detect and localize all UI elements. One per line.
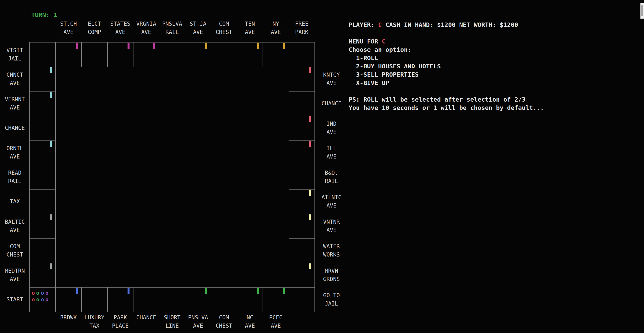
- player-status-prefix: PLAYER:: [349, 21, 378, 28]
- label-free-park: FREEPARK: [289, 20, 315, 36]
- label-elct-comp: ELCTCOMP: [82, 20, 108, 36]
- cell-vrgnia-ave: [133, 42, 159, 67]
- mrvn-grdns-color-bar: [309, 263, 311, 269]
- board-bottom-labels: BRDWKLUXURYTAXPARKPLACECHANCESHORTLINEPN…: [30, 313, 315, 330]
- menu-option-x-give-up[interactable]: X-GIVE UP: [349, 79, 544, 87]
- label-atlntc-ave: ATLNTCAVE: [316, 189, 347, 214]
- cell-pnslva-rail: [159, 42, 185, 67]
- label-read-rail: READRAIL: [0, 165, 30, 189]
- pnslva-ave-color-bar: [205, 288, 207, 294]
- menu-header-prefix: MENU FOR: [349, 38, 382, 45]
- label-pnslva-ave: PNSLVAAVE: [185, 313, 211, 330]
- info-panel: PLAYER: C CASH IN HAND: $1200 NET WORTH:…: [349, 21, 544, 112]
- cell-ill-ave: [289, 140, 315, 165]
- kntcy-ave-color-bar: [309, 67, 311, 73]
- player-token-row: oooo: [32, 297, 48, 302]
- cell-brdwk: [56, 287, 81, 312]
- atlntc-ave-color-bar: [309, 190, 311, 196]
- ny-ave-color-bar: [283, 43, 285, 49]
- menu-header: MENU FOR C: [349, 37, 544, 46]
- player-token: o: [32, 290, 35, 295]
- orntl-ave-color-bar: [50, 141, 52, 147]
- player-token: o: [41, 297, 44, 302]
- label-vermnt-ave: VERMNTAVE: [0, 91, 30, 116]
- label-st-ja-ave: ST.JAAVE: [185, 20, 211, 36]
- cell-kntcy-ave: [289, 67, 315, 91]
- cell-start: oooooooo: [30, 287, 56, 312]
- vrgnia-ave-color-bar: [154, 43, 155, 49]
- cell-ind-ave: [289, 116, 315, 140]
- player-tokens: oooooooo: [32, 290, 48, 302]
- label-visit-jail: VISITJAIL: [0, 42, 30, 67]
- medtrn-ave-color-bar: [50, 263, 52, 269]
- cell-chance: [30, 116, 56, 140]
- cell-pnslva-ave: [185, 287, 211, 312]
- cell-pcfc-ave: [263, 287, 289, 312]
- cell-baltic-ave: [30, 214, 56, 238]
- cell-atlntc-ave: [289, 189, 315, 214]
- ps-note-line-2: You have 10 seconds or 1 will be chosen …: [349, 104, 544, 112]
- cell-park-place: [108, 287, 133, 312]
- park-place-color-bar: [128, 288, 130, 294]
- label-ny-ave: NYAVE: [263, 20, 289, 36]
- player-token: o: [36, 290, 39, 295]
- label-chance: CHANCE: [133, 313, 159, 330]
- label-com-chest: COMCHEST: [211, 20, 237, 36]
- label-start: START: [0, 287, 30, 312]
- label-water-works: WATERWORKS: [316, 238, 347, 263]
- board-left-labels: VISITJAILCNNCTAVEVERMNTAVECHANCEORNTLAVE…: [0, 42, 30, 312]
- label-ind-ave: INDAVE: [316, 116, 347, 140]
- cell-chance: [133, 287, 159, 312]
- cell-cnnct-ave: [30, 67, 56, 91]
- player-status-line: PLAYER: C CASH IN HAND: $1200 NET WORTH:…: [349, 21, 544, 29]
- monopoly-board: oooooooo: [30, 42, 315, 312]
- label-b-o-rail: B&O.RAIL: [316, 165, 347, 189]
- cnnct-ave-color-bar: [50, 67, 52, 73]
- label-pnslva-rail: PNSLVARAIL: [159, 20, 185, 36]
- st-ja-ave-color-bar: [205, 43, 207, 49]
- label-com-chest: COMCHEST: [0, 238, 30, 263]
- label-com-chest: COMCHEST: [211, 313, 237, 330]
- cell-medtrn-ave: [30, 263, 56, 287]
- player-token: o: [46, 290, 48, 295]
- player-name: C: [378, 21, 382, 28]
- menu-option-2-buy-houses-and-hotels[interactable]: 2-BUY HOUSES AND HOTELS: [349, 62, 544, 70]
- cell-tax: [30, 189, 56, 214]
- cell-states-ave: [108, 42, 133, 67]
- cell-free-park: [289, 42, 315, 67]
- cell-luxury-tax: [82, 287, 108, 312]
- label-st-ch-ave: ST.CHAVE: [56, 20, 81, 36]
- scrollbar-track[interactable]: [640, 3, 644, 19]
- cell-short-line: [159, 287, 185, 312]
- cell-ten-ave: [237, 42, 263, 67]
- player-status-values: CASH IN HAND: $1200 NET WORTH: $1200: [382, 21, 518, 28]
- player-token-row: oooo: [32, 290, 48, 295]
- label-vntnr-ave: VNTNRAVE: [316, 214, 347, 238]
- board-right-labels: KNTCYAVECHANCEINDAVEILLAVEB&O.RAILATLNTC…: [316, 42, 347, 312]
- cell-ny-ave: [263, 42, 289, 67]
- label-go-to-jail: GO TOJAIL: [316, 287, 347, 312]
- player-token: o: [36, 297, 39, 302]
- label-vrgnia-ave: VRGNIAAVE: [133, 20, 159, 36]
- cell-vntnr-ave: [289, 214, 315, 238]
- scrollbar-thumb[interactable]: [641, 5, 644, 16]
- label-nc-ave: NCAVE: [237, 313, 263, 330]
- label-cnnct-ave: CNNCTAVE: [0, 67, 30, 91]
- menu-player-name: C: [382, 38, 386, 45]
- cell-b-o-rail: [289, 165, 315, 189]
- label-short-line: SHORTLINE: [159, 313, 185, 330]
- label-medtrn-ave: MEDTRNAVE: [0, 263, 30, 287]
- vermnt-ave-color-bar: [50, 92, 52, 98]
- menu-option-3-sell-properties[interactable]: 3-SELL PROPERTIES: [349, 70, 544, 79]
- menu-option-1-roll[interactable]: 1-ROLL: [349, 54, 544, 62]
- label-baltic-ave: BALTICAVE: [0, 214, 30, 238]
- pcfc-ave-color-bar: [283, 288, 285, 294]
- turn-indicator: TURN: 1: [31, 11, 57, 19]
- cell-chance: [289, 91, 315, 116]
- menu-options: 1-ROLL 2-BUY HOUSES AND HOTELS 3-SELL PR…: [349, 54, 544, 87]
- player-token: o: [41, 290, 44, 295]
- ps-note-line-1: PS: ROLL will be selected after selectio…: [349, 95, 544, 104]
- blank-line: [349, 87, 544, 95]
- label-park-place: PARKPLACE: [108, 313, 133, 330]
- board-top-labels: ST.CHAVEELCTCOMPSTATESAVEVRGNIAAVEPNSLVA…: [30, 20, 315, 36]
